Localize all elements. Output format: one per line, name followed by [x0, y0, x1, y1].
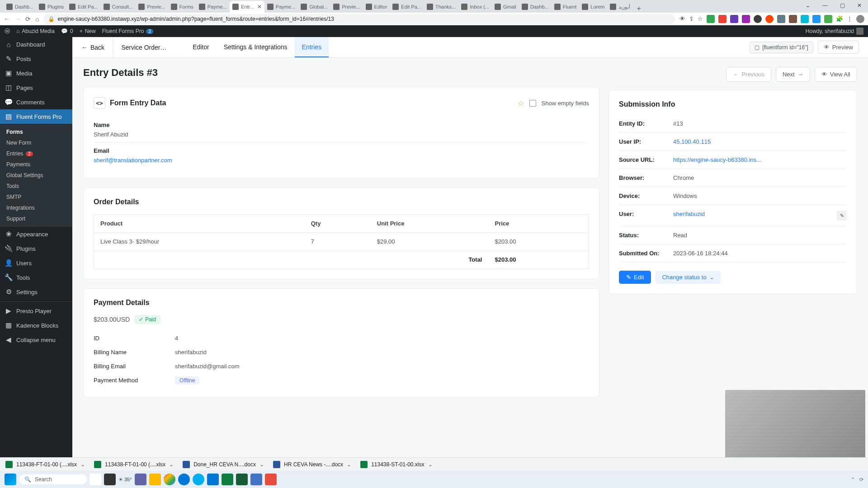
wp-submenu-item[interactable]: SMTP [0, 192, 72, 202]
browser-tab[interactable]: Payme... [196, 1, 230, 13]
extension-icon[interactable] [824, 15, 832, 23]
new-tab-button[interactable]: + [633, 5, 644, 13]
wp-menu-item[interactable]: 👤Users [0, 256, 72, 270]
extensions-icon[interactable]: 🧩 [836, 15, 843, 22]
wp-submenu-item[interactable]: Entries 2 [0, 148, 72, 159]
show-empty-checkbox[interactable] [529, 100, 536, 107]
wp-submenu-item[interactable]: Tools [0, 181, 72, 192]
browser-tab[interactable]: Dashb... [4, 1, 36, 13]
chrome-icon[interactable] [164, 474, 175, 485]
maximize-button[interactable]: ▢ [834, 0, 851, 11]
wp-menu-item[interactable]: ✎Posts [0, 52, 72, 66]
plugin-link[interactable]: Fluent Forms Pro 2 [102, 28, 153, 34]
wp-menu-item[interactable]: ◀Collapse menu [0, 333, 72, 347]
wp-menu-item[interactable]: ▦Kadence Blocks [0, 318, 72, 333]
weather-widget[interactable]: ☀ 35° [118, 477, 132, 483]
taskbar-app-icon[interactable] [104, 474, 116, 485]
browser-tab[interactable]: Inbox (... [458, 1, 492, 13]
browser-tab[interactable]: Dashb... [519, 1, 552, 13]
close-button[interactable]: ✕ [851, 0, 868, 11]
browser-tab[interactable]: Fluent [552, 1, 580, 13]
edge-icon[interactable] [178, 474, 190, 485]
email-link[interactable]: sherif@translationpartner.com [94, 157, 172, 164]
reload-icon[interactable]: ⟳ [25, 15, 31, 23]
shortcode-box[interactable]: ▢ [fluentform id="16"] [750, 42, 813, 53]
edit-button[interactable]: ✎ Edit [619, 271, 651, 284]
wp-submenu-item[interactable]: Forms [0, 127, 72, 137]
form-name[interactable]: Service Order For... [113, 44, 176, 51]
minimize-button[interactable]: — [816, 0, 834, 11]
show-empty-label[interactable]: Show empty fields [542, 100, 590, 107]
menu-icon[interactable]: ⋮ [847, 15, 853, 22]
new-link[interactable]: + New [80, 28, 96, 34]
tray-chevron-icon[interactable]: ⌃ [851, 477, 855, 483]
wp-submenu-item[interactable]: Global Settings [0, 170, 72, 181]
wp-menu-item[interactable]: ⌂Dashboard [0, 37, 72, 52]
browser-tab[interactable]: Plugins [36, 1, 66, 13]
browser-tab[interactable]: Gmail [492, 1, 519, 13]
browser-tab[interactable]: Lorem [579, 1, 607, 13]
browser-tab[interactable]: Edit Pa... [66, 1, 101, 13]
extension-icon[interactable] [801, 15, 809, 23]
wp-logo-icon[interactable]: ⓦ [5, 28, 10, 35]
extension-icon[interactable] [730, 15, 738, 23]
browser-tab[interactable]: Previe... [136, 1, 168, 13]
download-item[interactable]: Done_HR CEVA N....docx⌄ [183, 461, 264, 468]
taskbar-app-icon[interactable] [236, 474, 248, 485]
extension-icon[interactable] [765, 15, 774, 23]
chevron-down-icon[interactable]: ⌄ [799, 0, 816, 11]
back-icon[interactable]: ← [4, 15, 10, 23]
previous-button[interactable]: ← Previous [726, 67, 771, 82]
home-icon[interactable]: ⌂ [35, 15, 39, 23]
download-item[interactable]: 113438-FT-01-00 (....xlsx⌄ [94, 461, 174, 468]
howdy-text[interactable]: Howdy, sherifabuzid [806, 28, 863, 35]
taskbar-search[interactable]: 🔍 Search [19, 474, 87, 484]
ff-tab[interactable]: Editor [185, 37, 217, 57]
address-bar[interactable]: 🔒 engine-saucy-b63380.instawp.xyz/wp-adm… [43, 14, 675, 24]
taskbar-app-icon[interactable] [207, 474, 219, 485]
download-item[interactable]: 113438-FT-01-00 (....xlsx⌄ [5, 461, 85, 468]
star-icon[interactable]: ☆ [518, 99, 524, 108]
wp-menu-item[interactable]: ◫Pages [0, 80, 72, 95]
wp-submenu-item[interactable]: Support [0, 213, 72, 224]
wp-menu-item[interactable]: 🔌Plugins [0, 241, 72, 256]
start-button[interactable] [5, 474, 16, 485]
edit-icon[interactable]: ✎ [837, 211, 847, 221]
extension-icon[interactable] [789, 15, 797, 23]
explorer-icon[interactable] [149, 474, 161, 485]
wp-submenu-item[interactable]: New Form [0, 137, 72, 148]
site-link[interactable]: ⌂ Abuzid Media [16, 28, 55, 34]
extension-icon[interactable] [777, 15, 785, 23]
extension-icon[interactable] [718, 15, 726, 23]
browser-tab[interactable]: Payme... [264, 1, 298, 13]
browser-tab[interactable]: أبوزيد [607, 1, 633, 13]
ff-tab[interactable]: Entries [295, 37, 329, 57]
taskbar-app-icon[interactable] [250, 474, 262, 485]
wp-menu-item[interactable]: ❀Appearance [0, 227, 72, 241]
browser-tab[interactable]: Editor [363, 1, 390, 13]
browser-tab[interactable]: Consult... [101, 1, 136, 13]
wp-menu-item[interactable]: ▤Fluent Forms Pro [0, 109, 72, 124]
view-all-button[interactable]: 👁 View All [815, 67, 857, 82]
forward-icon[interactable]: → [14, 15, 21, 23]
change-status-button[interactable]: Change status to ⌄ [656, 271, 720, 284]
wp-menu-item[interactable]: ⚙Settings [0, 285, 72, 299]
preview-button[interactable]: 👁 Preview [818, 41, 859, 54]
teams-icon[interactable] [135, 474, 146, 485]
wp-menu-item[interactable]: ▶Presto Player [0, 304, 72, 318]
share-icon[interactable]: ⇪ [689, 15, 694, 22]
wp-submenu-item[interactable]: Payments [0, 159, 72, 170]
back-link[interactable]: ← Back [81, 37, 113, 57]
wp-submenu-item[interactable]: Integrations [0, 202, 72, 213]
browser-tab[interactable]: Entr...✕ [230, 1, 264, 13]
excel-icon[interactable] [222, 474, 233, 485]
star-icon[interactable]: ☆ [698, 15, 703, 22]
comments-link[interactable]: 💬 0 [61, 28, 73, 34]
extension-icon[interactable] [754, 15, 762, 23]
download-item[interactable]: 113438-ST-01-00.xlsx⌄ [360, 461, 432, 468]
browser-tab[interactable]: Edit Pa... [390, 1, 424, 13]
browser-tab[interactable]: Thanks... [424, 1, 458, 13]
tray-sync-icon[interactable]: ⟳ [859, 477, 863, 483]
browser-tab[interactable]: Forms [168, 1, 196, 13]
extension-icon[interactable] [742, 15, 750, 23]
